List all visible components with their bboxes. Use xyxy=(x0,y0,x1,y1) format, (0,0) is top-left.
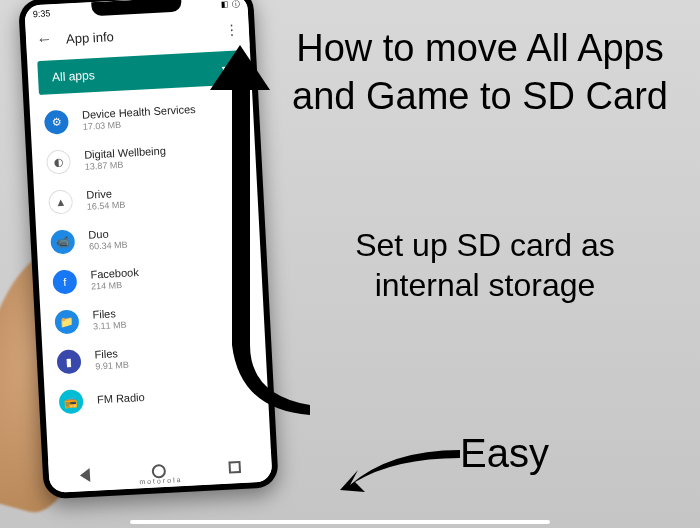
app-name-label: FM Radio xyxy=(97,386,254,407)
overlay-title: How to move All Apps and Game to SD Card xyxy=(280,25,680,120)
app-icon: 📁 xyxy=(54,309,79,334)
app-info: Digital Wellbeing13.87 MB xyxy=(84,141,242,173)
app-icon: ▲ xyxy=(48,189,73,214)
app-info: Duo60.34 MB xyxy=(88,220,246,252)
app-info: FM Radio xyxy=(97,386,254,407)
app-icon: 📻 xyxy=(58,389,83,414)
page-title: App info xyxy=(66,23,226,46)
phone-screen: 9:35 ◧ ⓘ ← App info ⋮ All apps ▾ ⚙Device… xyxy=(24,0,272,493)
app-info: Files9.91 MB xyxy=(94,340,252,372)
arrow-curve-annotation xyxy=(310,400,470,500)
gesture-indicator xyxy=(130,520,550,524)
app-icon: f xyxy=(52,269,77,294)
status-icons: ◧ ⓘ xyxy=(221,0,240,10)
status-time: 9:35 xyxy=(33,8,51,19)
app-info: Facebook214 MB xyxy=(90,260,248,292)
nav-recent-icon[interactable] xyxy=(228,461,241,474)
app-icon: ◐ xyxy=(46,149,71,174)
app-icon: ⚙ xyxy=(44,110,69,135)
app-info: Drive16.54 MB xyxy=(86,180,244,212)
app-filter-dropdown[interactable]: All apps ▾ xyxy=(37,50,242,95)
dropdown-label: All apps xyxy=(52,61,222,84)
back-icon[interactable]: ← xyxy=(36,30,53,49)
app-icon: ▮ xyxy=(56,349,81,374)
overlay-subtitle: Set up SD card as internal storage xyxy=(300,225,670,305)
app-icon: 📹 xyxy=(50,229,75,254)
overflow-menu-icon[interactable]: ⋮ xyxy=(224,21,239,38)
app-info: Files3.11 MB xyxy=(92,300,250,332)
app-info: Device Health Services17.03 MB xyxy=(82,101,240,133)
app-list: ⚙Device Health Services17.03 MB◐Digital … xyxy=(29,88,269,427)
phone-frame: 9:35 ◧ ⓘ ← App info ⋮ All apps ▾ ⚙Device… xyxy=(18,0,279,499)
overlay-easy-label: Easy xyxy=(460,428,549,478)
chevron-down-icon: ▾ xyxy=(222,63,228,74)
